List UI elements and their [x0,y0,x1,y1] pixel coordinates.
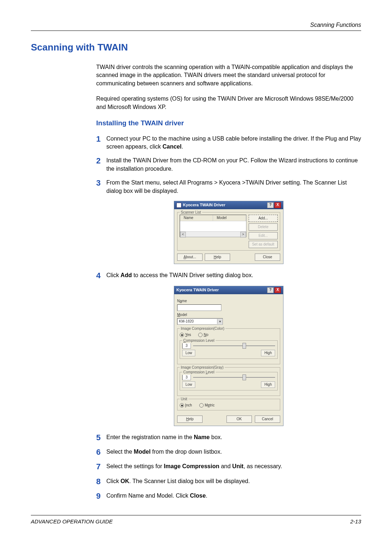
scroll-left-arrow-icon[interactable]: < [180,232,186,238]
text: from the drop down listbox. [151,449,222,455]
high-label: High [261,350,275,356]
dialog-body: Scanner List Name Model < [174,209,283,264]
bold-unit: Unit [232,463,244,469]
step-text: Install the TWAIN Driver from the CD-ROM… [106,157,361,173]
close-button[interactable]: Close [255,254,280,261]
text: Connect your PC to the machine using a U… [106,135,361,150]
step-1: 1 Connect your PC to the machine using a… [96,135,361,151]
scanner-list-group: Scanner List Name Model < [177,212,280,251]
twain-settings-dialog: Kyocera TWAIN Driver ? X Name Model KM-1… [174,286,283,426]
step-text: Click OK. The Scanner List dialog box wi… [106,477,361,485]
dialog1-wrapper: Kyocera TWAIN Driver ? X Scanner List [96,201,361,264]
radio-label: Yes [185,332,191,337]
name-input[interactable] [177,304,221,311]
listview-header[interactable]: Name Model [180,215,246,221]
low-label: Low [182,381,195,388]
scroll-right-arrow-icon[interactable]: > [240,232,246,238]
col-name[interactable]: Name [180,215,213,221]
high-label: High [261,381,275,388]
page-footer: ADVANCED OPERATION GUIDE 2-13 [31,518,361,524]
close-icon[interactable]: X [274,202,281,208]
model-combobox[interactable]: KM-1820 ▾ [177,318,223,325]
slider-track[interactable] [193,377,275,378]
dialog-title: Kyocera TWAIN Driver [183,202,225,208]
titlebar[interactable]: Kyocera TWAIN Driver ? X [174,201,283,209]
radio-dot-icon [199,403,204,408]
image-compression-gray-group: Image Compression(Gray) Compression Leve… [177,367,280,396]
set-default-button[interactable]: Set as default [249,241,278,248]
radio-label: Metric [205,403,215,408]
group-legend: Compression Level [182,370,216,375]
step-8: 8 Click OK. The Scanner List dialog box … [96,477,361,486]
slider-value: 3 [182,343,191,349]
section-header: Scanning Functions [31,22,361,28]
text: . [206,493,207,499]
slider-track[interactable] [193,345,275,346]
scanner-list-dialog: Kyocera TWAIN Driver ? X Scanner List [174,201,283,264]
step-number: 1 [96,135,106,143]
step-text: From the Start menu, select All Programs… [106,179,361,195]
text: . [181,143,183,150]
radio-metric[interactable]: Metric [199,403,215,408]
scanner-listview[interactable]: Name Model < > [180,215,246,237]
delete-button[interactable]: Delete [249,223,278,231]
col-model[interactable]: Model [213,215,246,221]
bold-close: Close [190,493,206,499]
compression-slider-gray[interactable]: 3 [182,374,275,380]
radio-inch[interactable]: Inch [180,403,192,408]
text: Click [106,272,121,278]
bold-name: Name [194,434,210,440]
horizontal-scrollbar[interactable]: < > [180,231,246,237]
bold-imgcomp: Image Compression [164,463,219,469]
step-text: Select the settings for Image Compressio… [106,462,361,470]
help-icon[interactable]: ? [267,287,274,293]
radio-label: No [204,332,208,337]
slider-thumb[interactable] [242,374,246,380]
document-page: Scanning Functions Scanning with TWAIN T… [0,0,392,555]
ok-button[interactable]: OK [226,416,252,423]
text: Confirm Name and Model. Click [106,493,190,499]
edit-button[interactable]: Edit... [249,232,278,239]
slider-thumb[interactable] [242,343,246,349]
titlebar[interactable]: Kyocera TWAIN Driver ? X [174,286,283,294]
step-number: 6 [96,448,106,457]
step-6: 6 Select the Model from the drop down li… [96,448,361,457]
radio-no[interactable]: No [198,332,208,337]
help-button[interactable]: Help [177,416,203,423]
step-number: 8 [96,477,106,486]
footer-left: ADVANCED OPERATION GUIDE [31,518,113,524]
group-legend: Scanner List [180,210,202,215]
model-label: Model [177,312,280,317]
group-legend: Image Compression(Gray) [180,365,225,370]
step-3: 3 From the Start menu, select All Progra… [96,179,361,195]
image-compression-color-group: Image Compression(Color) Yes No [177,328,280,364]
add-button[interactable]: Add... [249,215,278,222]
step-text: Enter the registration name in the Name … [106,433,361,441]
step-9: 9 Confirm Name and Model. Click Close. [96,492,361,501]
step-text: Select the Model from the drop down list… [106,448,361,456]
radio-dot-icon [180,403,184,408]
app-icon [176,203,181,208]
compression-level-gray-group: Compression Level 3 Low High [180,372,278,390]
help-button[interactable]: Help [205,254,230,261]
step-text: Confirm Name and Model. Click Close. [106,492,361,500]
step-7: 7 Select the settings for Image Compress… [96,462,361,471]
step-number: 3 [96,179,106,187]
cancel-button[interactable]: Cancel [255,416,280,423]
text: to access the TWAIN Driver setting dialo… [132,272,253,278]
about-button[interactable]: About... [177,254,203,261]
close-icon[interactable]: X [274,287,281,293]
about-label-rest: bout... [186,255,196,259]
step-number: 7 [96,462,106,471]
help-icon[interactable]: ? [267,202,274,208]
chevron-down-icon[interactable]: ▾ [217,319,222,324]
text: Click [106,478,121,484]
radio-yes[interactable]: Yes [180,332,191,337]
dialog-bottom-row: About... Help Close [177,254,280,261]
unit-group: Unit Inch Metric [177,399,280,410]
text: Select the settings for [106,463,164,469]
radio-dot-icon [180,333,184,337]
bold-cancel: Cancel [163,143,181,150]
compression-slider-color[interactable]: 3 [182,343,275,349]
dialog-body: Name Model KM-1820 ▾ Image Compression(C… [174,294,283,426]
